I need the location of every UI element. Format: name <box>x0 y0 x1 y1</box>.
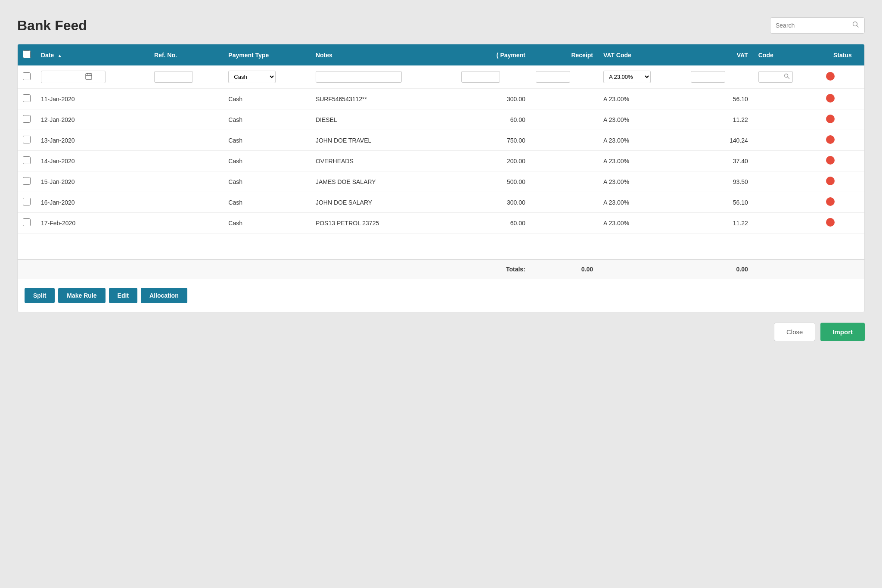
edit-row-vat-cell[interactable]: 392.68 <box>686 65 753 89</box>
status-dot <box>826 72 835 81</box>
row-receipt <box>531 151 598 171</box>
status-indicator <box>826 94 835 103</box>
row-payment-type: Cash <box>223 151 311 171</box>
row-payment: 300.00 <box>456 89 530 109</box>
row-checkbox[interactable] <box>23 94 31 102</box>
close-button[interactable]: Close <box>774 323 815 341</box>
payment-amount-input[interactable]: 2,100.00 <box>461 71 500 83</box>
row-vat: 56.10 <box>686 192 753 213</box>
edit-row-notes-cell[interactable]: LODGEMENT 2132423 <box>311 65 457 89</box>
bank-feed-table: Date ▲ Ref. No. Payment Type Notes ( Pay… <box>18 44 864 279</box>
table-header-row: Date ▲ Ref. No. Payment Type Notes ( Pay… <box>18 44 864 65</box>
edit-row-checkbox[interactable] <box>23 72 31 80</box>
row-checkbox[interactable] <box>23 177 31 185</box>
row-receipt <box>531 192 598 213</box>
row-payment-type: Cash <box>223 130 311 151</box>
row-checkbox[interactable] <box>23 136 31 143</box>
vat-code-select[interactable]: A 23.00% B 13.50% C 9.00% D 0.00% <box>603 71 651 83</box>
notes-input[interactable]: LODGEMENT 2132423 <box>316 71 402 83</box>
select-all-checkbox[interactable] <box>23 50 31 58</box>
make-rule-button[interactable]: Make Rule <box>58 288 105 303</box>
row-vat: 140.24 <box>686 130 753 151</box>
row-notes: SURF546543112** <box>311 89 457 109</box>
row-code <box>753 151 821 171</box>
edit-row-payment-cell[interactable]: 2,100.00 <box>456 65 530 89</box>
row-vat-code: A 23.00% <box>598 213 686 233</box>
row-payment: 500.00 <box>456 171 530 192</box>
page-title: Bank Feed <box>17 18 87 34</box>
code-search-wrapper[interactable] <box>758 71 793 83</box>
search-box[interactable] <box>770 17 865 34</box>
row-ref <box>149 151 223 171</box>
svg-line-1 <box>857 26 859 28</box>
row-checkbox[interactable] <box>23 115 31 123</box>
edit-button[interactable]: Edit <box>109 288 137 303</box>
split-button[interactable]: Split <box>25 288 55 303</box>
status-header: Status <box>821 44 864 65</box>
date-input-wrapper[interactable]: 10/01/2020 <box>41 71 106 83</box>
row-payment-type: Cash <box>223 171 311 192</box>
code-search-input[interactable] <box>762 74 784 80</box>
row-ref <box>149 192 223 213</box>
row-status <box>821 171 864 192</box>
code-search-icon[interactable] <box>784 73 790 81</box>
row-vat-code: A 23.00% <box>598 130 686 151</box>
totals-end-spacer <box>753 259 864 279</box>
table-wrapper: Date ▲ Ref. No. Payment Type Notes ( Pay… <box>18 44 864 279</box>
totals-vat-code-spacer <box>598 259 686 279</box>
allocation-button[interactable]: Allocation <box>141 288 187 303</box>
row-status <box>821 192 864 213</box>
ref-input[interactable] <box>154 71 193 83</box>
row-vat: 56.10 <box>686 89 753 109</box>
row-date: 15-Jan-2020 <box>36 171 149 192</box>
row-vat: 37.40 <box>686 151 753 171</box>
search-icon <box>852 21 859 30</box>
row-receipt <box>531 213 598 233</box>
receipt-amount-input[interactable] <box>536 71 570 83</box>
row-date: 11-Jan-2020 <box>36 89 149 109</box>
import-button[interactable]: Import <box>820 323 865 341</box>
edit-row-receipt-cell[interactable] <box>531 65 598 89</box>
row-checkbox[interactable] <box>23 198 31 205</box>
edit-row-date-cell: 10/01/2020 <box>36 65 149 89</box>
row-receipt <box>531 130 598 151</box>
row-checkbox[interactable] <box>23 156 31 164</box>
payment-type-select[interactable]: Cash Card Bank Transfer Cheque <box>228 71 276 83</box>
row-ref <box>149 213 223 233</box>
table-row: 13-Jan-2020 Cash JOHN DOE TRAVEL 750.00 … <box>18 130 864 151</box>
row-code <box>753 89 821 109</box>
edit-row-payment-type-cell[interactable]: Cash Card Bank Transfer Cheque <box>223 65 311 89</box>
edit-row-code-cell[interactable] <box>753 65 821 89</box>
svg-point-6 <box>784 74 788 78</box>
row-ref <box>149 171 223 192</box>
row-date: 16-Jan-2020 <box>36 192 149 213</box>
status-indicator <box>826 197 835 206</box>
row-date: 14-Jan-2020 <box>36 151 149 171</box>
svg-line-7 <box>788 77 789 79</box>
calendar-icon[interactable] <box>85 73 92 81</box>
table-row: 14-Jan-2020 Cash OVERHEADS 200.00 A 23.0… <box>18 151 864 171</box>
status-indicator <box>826 177 835 185</box>
edit-row-ref-cell[interactable] <box>149 65 223 89</box>
date-input[interactable]: 10/01/2020 <box>45 74 84 80</box>
table-row: 16-Jan-2020 Cash JOHN DOE SALARY 300.00 … <box>18 192 864 213</box>
row-checkbox[interactable] <box>23 218 31 226</box>
table-row: 11-Jan-2020 Cash SURF546543112** 300.00 … <box>18 89 864 109</box>
row-payment: 60.00 <box>456 213 530 233</box>
vat-input[interactable]: 392.68 <box>691 71 725 83</box>
sort-arrow-icon[interactable]: ▲ <box>57 53 62 58</box>
row-ref <box>149 89 223 109</box>
row-date: 12-Jan-2020 <box>36 109 149 130</box>
row-vat-code: A 23.00% <box>598 89 686 109</box>
row-vat-code: A 23.00% <box>598 109 686 130</box>
row-vat-code: A 23.00% <box>598 151 686 171</box>
search-input[interactable] <box>776 22 852 29</box>
action-bar: Split Make Rule Edit Allocation <box>18 279 864 312</box>
row-notes: DIESEL <box>311 109 457 130</box>
row-vat: 11.22 <box>686 213 753 233</box>
row-ref <box>149 130 223 151</box>
edit-row-vat-code-cell[interactable]: A 23.00% B 13.50% C 9.00% D 0.00% <box>598 65 686 89</box>
row-code <box>753 109 821 130</box>
edit-row-checkbox-cell[interactable] <box>18 65 36 89</box>
select-all-header[interactable] <box>18 44 36 65</box>
